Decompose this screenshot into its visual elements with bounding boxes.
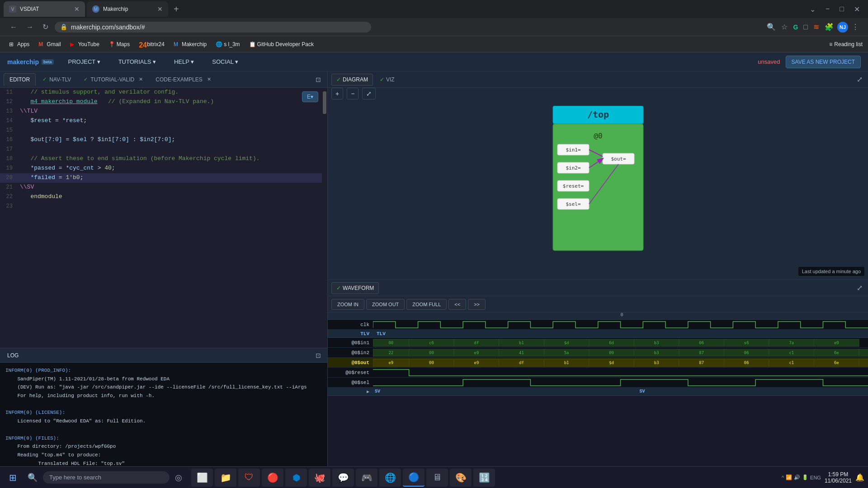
nav-social[interactable]: SOCIAL ▾ bbox=[208, 57, 242, 67]
svg-text:06: 06 bbox=[744, 360, 749, 365]
zoom-in-wf-button[interactable]: ZOOM IN bbox=[331, 299, 364, 310]
extensions-icon[interactable]: 🧩 bbox=[823, 21, 835, 33]
waveform-expand-icon[interactable]: ⤢ bbox=[855, 282, 864, 294]
tab-vsdiat-close[interactable]: ✕ bbox=[74, 5, 80, 13]
tab-vsdiat[interactable]: V VSDIAT ✕ bbox=[4, 1, 85, 17]
tab-waveform[interactable]: ✓ WAVEFORM bbox=[331, 282, 379, 294]
taskbar-search-button[interactable]: 🔍 bbox=[24, 471, 41, 484]
maximize-button[interactable]: □ bbox=[835, 3, 849, 15]
svg-text:$in1=: $in1= bbox=[566, 147, 580, 153]
bookmark-youtube[interactable]: ▶ YouTube bbox=[66, 39, 103, 49]
wf-out-signal: e9 00 e9 df b1 bbox=[373, 358, 868, 367]
search-icon[interactable]: 🔍 bbox=[765, 21, 778, 33]
bookmark-apps[interactable]: ⊞ Apps bbox=[5, 39, 33, 49]
taskbar-app-calc[interactable]: 🔢 bbox=[473, 469, 495, 487]
taskbar-app-brave[interactable]: 🛡 bbox=[238, 469, 260, 487]
code-line-11: 11 // stimulus support, and verilator co… bbox=[0, 88, 327, 97]
editor-area[interactable]: E▾ 11 // stimulus support, and verilator… bbox=[0, 88, 327, 348]
code-line-14: 14 $reset = *reset; bbox=[0, 116, 327, 126]
zoom-out-button[interactable]: − bbox=[347, 88, 359, 99]
bookmark-icon[interactable]: ☆ bbox=[779, 21, 789, 33]
grammarly-icon[interactable]: G bbox=[791, 22, 800, 33]
bookmark-bitrix24[interactable]: 24 bitrix24 bbox=[135, 39, 168, 49]
nav-help[interactable]: HELP ▾ bbox=[170, 57, 198, 67]
bookmark-gmail[interactable]: M Gmail bbox=[35, 39, 64, 49]
taskbar-app-game[interactable]: 🎮 bbox=[356, 469, 377, 487]
bookmark-maps[interactable]: 📍 Maps bbox=[105, 39, 133, 49]
bookmark-sl3m[interactable]: 🌐 s l_3m bbox=[212, 39, 243, 49]
systray-eng: ENG bbox=[810, 475, 821, 480]
nav-project[interactable]: PROJECT ▾ bbox=[65, 57, 104, 67]
tab-editor-label: EDITOR bbox=[9, 76, 30, 83]
profile-button[interactable]: ⌄ bbox=[805, 3, 820, 15]
tab-diagram[interactable]: ✓ DIAGRAM bbox=[331, 74, 373, 85]
taskbar-app-chrome[interactable]: 🔵 bbox=[403, 469, 425, 487]
bookmark-github[interactable]: 📋 GitHub Developer Pack bbox=[245, 39, 317, 49]
tab-editor[interactable]: EDITOR bbox=[4, 73, 36, 86]
taskview-button[interactable]: ◎ bbox=[171, 471, 186, 484]
tab-nav-tlv[interactable]: ✓ NAV-TLV bbox=[37, 73, 77, 86]
tab-code-examples[interactable]: CODE-EXAMPLES ✕ bbox=[150, 73, 217, 86]
taskbar-clock[interactable]: 1:59 PM 11/06/2021 bbox=[825, 471, 852, 484]
zoom-out-wf-button[interactable]: ZOOM OUT bbox=[366, 299, 405, 310]
taskbar-app-edge[interactable]: 🌐 bbox=[379, 469, 401, 487]
diagram-content: + − ⤢ /top @0 bbox=[328, 88, 868, 280]
reading-list[interactable]: ≡ Reading list bbox=[829, 41, 863, 47]
forward-button[interactable]: → bbox=[24, 21, 36, 33]
save-as-new-project-button[interactable]: SAVE AS NEW PROJECT bbox=[786, 56, 861, 68]
menu-icon[interactable]: ⋮ bbox=[850, 21, 861, 33]
notification-icon[interactable]: 🔔 bbox=[855, 473, 864, 482]
svg-text:5a: 5a bbox=[564, 351, 569, 355]
tab-viz[interactable]: ✓ VIZ bbox=[375, 74, 400, 85]
taskbar-app-ubuntu[interactable]: 🔴 bbox=[262, 469, 283, 487]
bookmark-makerchip[interactable]: M Makerchip bbox=[170, 39, 210, 49]
reload-button[interactable]: ↻ bbox=[40, 21, 51, 33]
wf-tlv-header-label: TLV bbox=[328, 331, 373, 336]
url-bar[interactable]: 🔒 makerchip.com/sandbox/# bbox=[55, 22, 371, 33]
back-button[interactable]: ← bbox=[7, 21, 20, 33]
in1-svg: 00 c6 df b1 $d bbox=[373, 338, 868, 348]
wf-in1-label: @0$in1 bbox=[328, 340, 373, 346]
taskbar-app-widgets[interactable]: ⬜ bbox=[191, 469, 213, 487]
tab-makerchip-close[interactable]: ✕ bbox=[157, 5, 163, 13]
tutorial-valid-close[interactable]: ✕ bbox=[139, 76, 143, 82]
editor-panel-toggle[interactable]: ⊡ bbox=[313, 74, 324, 85]
taskbar-app-discord[interactable]: 💬 bbox=[332, 469, 354, 487]
nav-tutorials[interactable]: TUTORIALS ▾ bbox=[115, 57, 160, 67]
diagram-expand-icon[interactable]: ⤢ bbox=[855, 73, 864, 85]
clock-date: 11/06/2021 bbox=[825, 478, 852, 484]
taskbar-app-vs[interactable]: ⬢ bbox=[285, 469, 307, 487]
e-dropdown-button[interactable]: E▾ bbox=[302, 91, 318, 102]
code-examples-close[interactable]: ✕ bbox=[207, 76, 211, 82]
minimize-button[interactable]: − bbox=[821, 3, 834, 15]
screenshot-icon[interactable]: □ bbox=[802, 21, 810, 33]
log-tab[interactable]: LOG bbox=[4, 351, 22, 360]
tab-tutorial-valid[interactable]: ✓ TUTORIAL-VALID ✕ bbox=[78, 73, 149, 86]
taskbar-search-bar[interactable]: Type here to search bbox=[43, 471, 170, 483]
nav-icon1[interactable]: ≋ bbox=[811, 21, 821, 33]
editor-panel: EDITOR ✓ NAV-TLV ✓ TUTORIAL-VALID ✕ CODE… bbox=[0, 71, 328, 488]
zoom-full-wf-button[interactable]: ZOOM FULL bbox=[406, 299, 447, 310]
diagram-last-updated: Last updated a minute ago bbox=[798, 267, 864, 276]
log-line-5 bbox=[5, 400, 322, 409]
tab-makerchip[interactable]: M Makerchip ✕ bbox=[87, 1, 168, 17]
close-button[interactable]: ✕ bbox=[849, 3, 864, 15]
wf-timing-spacer bbox=[328, 313, 373, 319]
scroll-left-button[interactable]: << bbox=[448, 299, 466, 310]
systray-caret[interactable]: ^ bbox=[782, 475, 784, 480]
log-panel-toggle[interactable]: ⊡ bbox=[313, 350, 324, 361]
svg-text:6d: 6d bbox=[609, 340, 614, 345]
viz-tab-label: VIZ bbox=[386, 76, 395, 83]
zoom-in-button[interactable]: + bbox=[331, 88, 343, 99]
taskbar-app-paint[interactable]: 🎨 bbox=[450, 469, 472, 487]
start-button[interactable]: ⊞ bbox=[4, 470, 22, 485]
editor-vscrollbar[interactable] bbox=[322, 88, 327, 348]
zoom-fit-button[interactable]: ⤢ bbox=[362, 88, 376, 99]
profile-icon[interactable]: NJ bbox=[837, 22, 848, 33]
taskbar-app-monitor[interactable]: 🖥 bbox=[426, 469, 448, 487]
taskbar-app-explorer[interactable]: 📁 bbox=[215, 469, 236, 487]
scroll-right-button[interactable]: >> bbox=[468, 299, 486, 310]
taskbar-app-git[interactable]: 🐙 bbox=[309, 469, 330, 487]
wf-timing-scale: 0 bbox=[373, 313, 868, 319]
new-tab-button[interactable]: + bbox=[170, 2, 183, 16]
